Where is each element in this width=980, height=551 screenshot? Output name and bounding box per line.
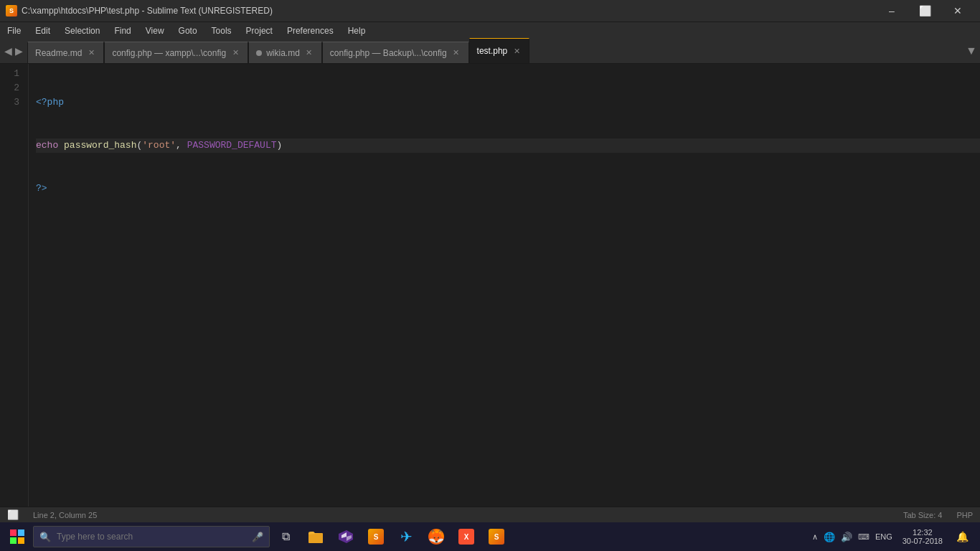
- svg-rect-3: [18, 537, 24, 544]
- line-numbers: 1 2 3: [0, 64, 29, 507]
- input-icon: ⌨: [858, 532, 870, 542]
- tab-nav-left: ◀ ▶: [0, 38, 27, 63]
- tab-scroll-right[interactable]: ▶: [14, 45, 24, 57]
- code-line-1: <?php: [36, 95, 980, 110]
- tab-close-readme[interactable]: ✕: [86, 48, 96, 58]
- tab-close-wikia[interactable]: ✕: [304, 48, 314, 58]
- microphone-icon: 🎤: [252, 532, 263, 542]
- firefox-icon[interactable]: 🦊: [422, 522, 451, 551]
- notification-button[interactable]: 🔔: [953, 522, 971, 551]
- menu-preferences[interactable]: Preferences: [280, 22, 341, 39]
- svg-rect-2: [10, 537, 17, 544]
- menu-goto[interactable]: Goto: [171, 22, 204, 39]
- tab-bar: ◀ ▶ Readme.md ✕ config.php — xampp\...\c…: [0, 39, 980, 64]
- tab-dot-wikia: [256, 50, 262, 56]
- code-line-3: ?>: [36, 182, 980, 196]
- tab-close-config1[interactable]: ✕: [230, 48, 240, 58]
- status-position: Line 2, Column 25: [33, 511, 97, 519]
- tab-label-readme: Readme.md: [35, 48, 82, 58]
- svg-rect-1: [18, 529, 24, 536]
- sublime2-taskbar-icon[interactable]: S: [482, 522, 511, 551]
- menu-selection[interactable]: Selection: [57, 22, 107, 39]
- svg-rect-0: [10, 529, 17, 536]
- status-bar: ⬜ Line 2, Column 25 Tab Size: 4 PHP: [0, 507, 980, 522]
- title-bar: S C:\xampp\htdocs\PHP\test.php - Sublime…: [0, 0, 980, 22]
- menu-tools[interactable]: Tools: [204, 22, 239, 39]
- tab-config2[interactable]: config.php — Backup\...\config ✕: [322, 42, 469, 63]
- sublime-taskbar-icon[interactable]: S: [362, 522, 390, 551]
- taskbar-tray: ∧ 🌐 🔊 ⌨ ENG 12:32 30-07-2018 🔔: [806, 522, 977, 551]
- network-icon: 🌐: [824, 532, 835, 542]
- task-view-button[interactable]: ⧉: [271, 522, 300, 551]
- title-bar-left: S C:\xampp\htdocs\PHP\test.php - Sublime…: [6, 5, 273, 17]
- menu-project[interactable]: Project: [239, 22, 280, 39]
- line-num-1: 1: [6, 67, 19, 81]
- clock-date: 30-07-2018: [903, 537, 943, 545]
- tab-close-testphp[interactable]: ✕: [512, 46, 522, 56]
- search-input[interactable]: [57, 532, 243, 542]
- code-editor[interactable]: <?php echo password_hash('root', PASSWOR…: [29, 64, 980, 507]
- start-button[interactable]: [3, 522, 32, 551]
- svg-rect-4: [308, 533, 323, 543]
- tray-icons-hidden[interactable]: ∧: [812, 532, 818, 542]
- maximize-button[interactable]: ⬜: [908, 0, 941, 22]
- window-title: C:\xampp\htdocs\PHP\test.php - Sublime T…: [22, 6, 273, 16]
- tab-label-testphp: test.php: [477, 46, 508, 56]
- sublime2-logo: S: [489, 529, 504, 545]
- tab-close-config2[interactable]: ✕: [451, 48, 461, 58]
- tab-label-config2: config.php — Backup\...\config: [330, 48, 447, 58]
- menu-edit[interactable]: Edit: [28, 22, 57, 39]
- menu-bar: File Edit Selection Find View Goto Tools…: [0, 22, 980, 39]
- clock-time: 12:32: [913, 528, 933, 537]
- status-bar-right: Tab Size: 4 PHP: [903, 511, 973, 519]
- tab-wikia[interactable]: wikia.md ✕: [248, 42, 322, 63]
- status-tab-size[interactable]: Tab Size: 4: [903, 511, 942, 519]
- windows-logo-icon: [10, 529, 24, 544]
- firefox-logo: 🦊: [428, 529, 444, 545]
- tab-scroll-left[interactable]: ◀: [3, 45, 14, 57]
- volume-icon: 🔊: [841, 532, 852, 542]
- tab-readme[interactable]: Readme.md ✕: [27, 42, 104, 63]
- tab-label-wikia: wikia.md: [266, 48, 300, 58]
- language-label[interactable]: ENG: [875, 532, 892, 541]
- menu-file[interactable]: File: [0, 22, 28, 39]
- status-language[interactable]: PHP: [956, 511, 973, 519]
- taskbar: 🔍 🎤 ⧉ S ✈ 🦊 X S ∧ 🌐 🔊 ⌨ ENG: [0, 522, 980, 551]
- line-num-3: 3: [6, 95, 19, 110]
- xampp-icon[interactable]: X: [452, 522, 481, 551]
- window-controls: – ⬜ ✕: [875, 0, 974, 22]
- menu-help[interactable]: Help: [341, 22, 373, 39]
- sublime-icon: S: [6, 5, 17, 17]
- xampp-logo: X: [458, 529, 474, 545]
- status-rect-icon: ⬜: [7, 509, 19, 520]
- tab-config1[interactable]: config.php — xampp\...\config ✕: [104, 42, 248, 63]
- line-num-2: 2: [6, 81, 19, 95]
- tab-label-config1: config.php — xampp\...\config: [112, 48, 226, 58]
- clock[interactable]: 12:32 30-07-2018: [898, 528, 947, 545]
- editor-area: 1 2 3 <?php echo password_hash('root', P…: [0, 64, 980, 507]
- telegram-icon[interactable]: ✈: [392, 522, 420, 551]
- sublime-logo: S: [368, 529, 384, 545]
- search-bar[interactable]: 🔍 🎤: [33, 526, 270, 547]
- menu-view[interactable]: View: [138, 22, 171, 39]
- visual-studio-icon[interactable]: [331, 522, 360, 551]
- code-line-2: echo password_hash('root', PASSWORD_DEFA…: [36, 138, 980, 153]
- tab-testphp[interactable]: test.php ✕: [469, 38, 530, 63]
- tab-overflow-button[interactable]: ▼: [963, 38, 980, 63]
- notification-icon: 🔔: [956, 531, 969, 542]
- file-explorer-icon[interactable]: [301, 522, 330, 551]
- menu-find[interactable]: Find: [107, 22, 138, 39]
- vs-logo-icon: [338, 529, 354, 545]
- minimize-button[interactable]: –: [875, 0, 908, 22]
- close-button[interactable]: ✕: [941, 0, 974, 22]
- folder-icon: [308, 529, 324, 545]
- search-icon: 🔍: [39, 532, 51, 542]
